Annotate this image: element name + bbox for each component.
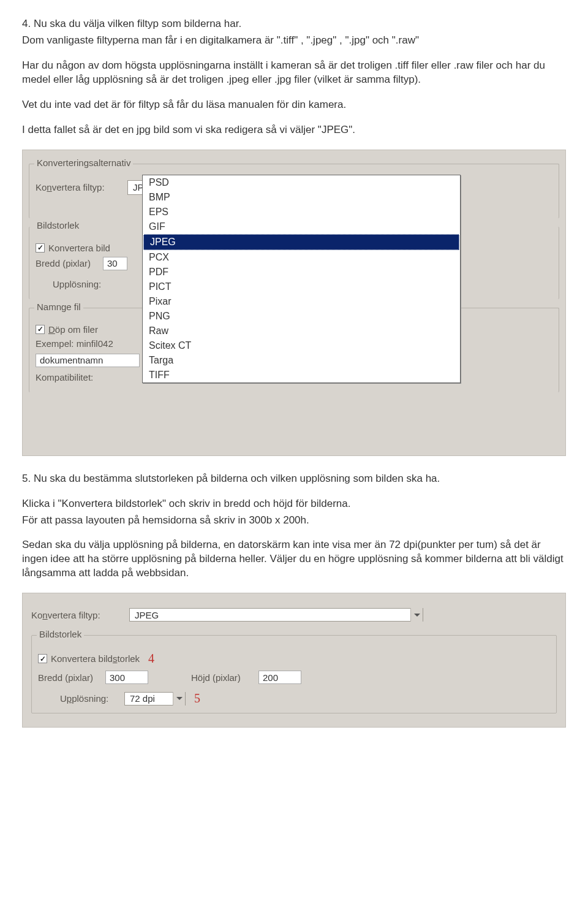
group-title-conv: Konverteringsalternativ xyxy=(34,158,133,168)
lbl-compat: Kompatibilitet: xyxy=(36,372,93,382)
chk-rename-label: Döp om filer xyxy=(48,324,98,335)
filetype-option[interactable]: PSD xyxy=(143,175,460,190)
step4-p2: Dom vanligaste filtyperna man får i en d… xyxy=(22,34,566,48)
lbl-width: Bredd (pixlar) xyxy=(36,258,103,268)
step4-p3: Har du någon av dom högsta upplösningarn… xyxy=(22,59,566,87)
step5-p1: 5. Nu ska du bestämma slutstorleken på b… xyxy=(22,472,566,486)
group-title-name: Namnge fil xyxy=(34,302,83,312)
combo-filetype-2-value: JPEG xyxy=(130,610,164,620)
chevron-down-icon[interactable] xyxy=(410,608,423,622)
chk-convert-size-label: Konvertera bild xyxy=(48,243,110,253)
step4-p5: I detta fallet så är det en jpg bild som… xyxy=(22,123,566,137)
input-width[interactable]: 30 xyxy=(103,257,127,270)
chevron-down-icon[interactable] xyxy=(173,692,185,706)
filetype-dropdown-list[interactable]: PSDBMPEPSGIFJPEGPCXPDFPICTPixarPNGRawSci… xyxy=(142,175,461,383)
chk-rename-files[interactable]: ✓ xyxy=(36,325,45,334)
dialog-screenshot-2: Konvertera filtyp: JPEG Bildstorlek ✓ Ko… xyxy=(22,593,566,728)
filetype-option[interactable]: GIF xyxy=(143,219,460,234)
dialog-screenshot-1: Konverteringsalternativ Konvertera filty… xyxy=(22,150,566,456)
chk-convert-size[interactable]: ✓ xyxy=(36,243,45,253)
input-docname[interactable]: dokumentnamn xyxy=(36,354,140,367)
filetype-option[interactable]: Pixar xyxy=(143,294,460,309)
group-title-size-2: Bildstorlek xyxy=(37,629,84,639)
step5-p4: Sedan ska du välja upplösning på bildern… xyxy=(22,538,566,580)
filetype-option[interactable]: Scitex CT xyxy=(143,338,460,353)
lbl-convert-filetype: Konvertera filtyp: xyxy=(36,182,127,192)
lbl-convert-filetype-2: Konvertera filtyp: xyxy=(31,610,129,620)
combo-resolution-value: 72 dpi xyxy=(125,693,160,704)
lbl-example: Exempel: minfil042 xyxy=(36,338,113,349)
combo-filetype-2[interactable]: JPEG xyxy=(129,608,423,622)
filetype-option[interactable]: BMP xyxy=(143,190,460,205)
filetype-option[interactable]: JPEG xyxy=(143,234,459,250)
step5-p2: Klicka i "Konvertera bildstorlek" och sk… xyxy=(22,497,566,511)
filetype-option[interactable]: PICT xyxy=(143,280,460,294)
combo-resolution[interactable]: 72 dpi xyxy=(124,692,186,706)
step4-p1: 4. Nu ska du välja vilken filtyp som bil… xyxy=(22,17,566,31)
lbl-resolution-2: Upplösning: xyxy=(60,693,124,704)
chk-convert-size-2-label: Konvertera bildstorlek xyxy=(51,653,140,664)
filetype-option[interactable]: Raw xyxy=(143,324,460,338)
filetype-option[interactable]: PNG xyxy=(143,309,460,324)
input-width-2[interactable]: 300 xyxy=(105,671,148,684)
callout-4: 4 xyxy=(148,652,154,666)
chk-convert-size-2[interactable]: ✓ xyxy=(38,654,47,663)
step4-p4: Vet du inte vad det är för filtyp så får… xyxy=(22,98,566,112)
filetype-option[interactable]: PCX xyxy=(143,250,460,265)
group-title-size: Bildstorlek xyxy=(34,220,81,230)
lbl-height-2: Höjd (pixlar) xyxy=(191,672,258,683)
filetype-option[interactable]: Targa xyxy=(143,353,460,368)
step5-text: 5. Nu ska du bestämma slutstorleken på b… xyxy=(22,472,566,581)
lbl-width-2: Bredd (pixlar) xyxy=(38,672,105,683)
filetype-option[interactable]: EPS xyxy=(143,205,460,219)
filetype-option[interactable]: TIFF xyxy=(143,368,460,382)
input-height-2[interactable]: 200 xyxy=(258,671,301,684)
step5-p3: För att passa layouten på hemsidorna så … xyxy=(22,514,566,528)
step4-text: 4. Nu ska du välja vilken filtyp som bil… xyxy=(22,17,566,137)
lbl-resolution: Upplösning: xyxy=(53,279,120,289)
callout-5: 5 xyxy=(194,691,200,706)
filetype-option[interactable]: PDF xyxy=(143,265,460,280)
